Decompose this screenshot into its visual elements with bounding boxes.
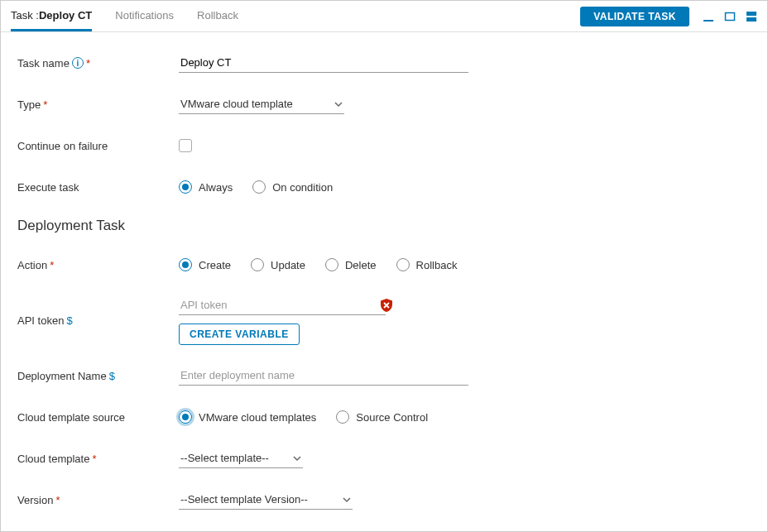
row-api-token: API token $ CREATE VARIABLE xyxy=(17,295,751,345)
minimize-icon[interactable] xyxy=(703,11,714,22)
svg-rect-2 xyxy=(746,12,756,16)
validate-task-button[interactable]: VALIDATE TASK xyxy=(580,7,689,26)
task-name-label: Task name i * xyxy=(17,57,179,69)
radio-update[interactable]: Update xyxy=(251,258,305,271)
tabs-bar: Task :Deploy CT Notifications Rollback V… xyxy=(1,1,767,32)
cloud-template-dropdown[interactable]: --Select template-- xyxy=(179,448,303,468)
radio-source-control[interactable]: Source Control xyxy=(336,410,428,424)
radio-create-label: Create xyxy=(199,259,231,271)
cloud-template-value: --Select template-- xyxy=(180,452,285,464)
continue-on-failure-label: Continue on failure xyxy=(17,140,179,152)
task-name-input[interactable] xyxy=(179,53,468,73)
required-marker: * xyxy=(43,98,47,111)
type-label: Type * xyxy=(17,98,179,111)
radio-indicator xyxy=(325,258,338,271)
svg-rect-0 xyxy=(703,20,713,22)
radio-delete-label: Delete xyxy=(345,259,377,271)
version-value: --Select template Version-- xyxy=(180,493,334,506)
info-icon[interactable]: i xyxy=(72,57,84,69)
deployment-name-input[interactable] xyxy=(179,366,468,386)
template-source-radio-group: VMware cloud templates Source Control xyxy=(179,410,428,424)
row-execute-task: Execute task Always On condition xyxy=(17,176,751,198)
radio-on-condition[interactable]: On condition xyxy=(252,180,333,194)
version-dropdown[interactable]: --Select template Version-- xyxy=(179,490,353,510)
deployment-name-label: Deployment Name $ xyxy=(17,370,179,382)
radio-delete[interactable]: Delete xyxy=(325,258,377,271)
radio-always-label: Always xyxy=(199,181,233,194)
tab-task-prefix: Task : xyxy=(11,9,39,22)
radio-indicator xyxy=(179,410,192,424)
window-controls xyxy=(703,11,757,22)
required-marker: * xyxy=(92,453,96,465)
output-parameters-title: Output Parameters xyxy=(17,530,751,531)
row-deployment-name: Deployment Name $ xyxy=(17,365,751,386)
execute-task-radio-group: Always On condition xyxy=(179,180,333,194)
radio-indicator xyxy=(179,180,192,194)
chevron-down-icon xyxy=(343,496,351,504)
chevron-down-icon xyxy=(334,100,343,108)
row-action: Action * Create Update Delete xyxy=(17,254,751,276)
form-content: Task name i * Type * VMware cloud templa… xyxy=(1,32,767,531)
version-label: Version * xyxy=(17,494,179,506)
api-token-input[interactable] xyxy=(179,295,386,315)
radio-rollback-label: Rollback xyxy=(416,259,458,271)
radio-always[interactable]: Always xyxy=(179,180,233,194)
tabs: Task :Deploy CT Notifications Rollback xyxy=(11,1,580,31)
api-token-label: API token $ xyxy=(17,314,179,327)
maximize-icon[interactable] xyxy=(746,11,757,22)
action-radio-group: Create Update Delete Rollback xyxy=(179,258,457,271)
svg-rect-1 xyxy=(726,12,735,20)
action-label: Action * xyxy=(17,259,179,271)
radio-vmware-templates[interactable]: VMware cloud templates xyxy=(179,410,316,424)
tab-notifications[interactable]: Notifications xyxy=(115,1,174,31)
required-marker: * xyxy=(86,57,90,69)
deployment-task-title: Deployment Task xyxy=(17,218,751,234)
svg-rect-3 xyxy=(746,17,756,22)
radio-source-control-label: Source Control xyxy=(356,411,428,424)
shield-error-icon xyxy=(379,298,394,313)
required-marker: * xyxy=(50,259,54,271)
tab-rollback[interactable]: Rollback xyxy=(197,1,238,31)
row-template-source: Cloud template source VMware cloud templ… xyxy=(17,406,751,428)
dollar-icon: $ xyxy=(66,314,72,327)
radio-on-condition-label: On condition xyxy=(272,181,333,194)
template-source-label: Cloud template source xyxy=(17,411,179,424)
required-marker: * xyxy=(55,494,60,506)
row-type: Type * VMware cloud template xyxy=(17,93,751,115)
row-continue-on-failure: Continue on failure xyxy=(17,135,751,156)
radio-indicator xyxy=(336,410,349,424)
row-task-name: Task name i * xyxy=(17,52,751,74)
radio-indicator xyxy=(179,258,192,271)
radio-vmware-label: VMware cloud templates xyxy=(199,411,316,424)
radio-indicator xyxy=(252,180,266,194)
chevron-down-icon xyxy=(293,454,301,463)
radio-indicator xyxy=(251,258,264,271)
create-variable-button[interactable]: CREATE VARIABLE xyxy=(179,324,300,345)
type-dropdown[interactable]: VMware cloud template xyxy=(179,94,344,114)
tab-task-name: Deploy CT xyxy=(39,9,92,22)
dollar-icon: $ xyxy=(109,370,115,382)
radio-create[interactable]: Create xyxy=(179,258,231,271)
execute-task-label: Execute task xyxy=(17,181,179,194)
radio-update-label: Update xyxy=(271,259,305,271)
cloud-template-label: Cloud template * xyxy=(17,453,179,465)
type-value: VMware cloud template xyxy=(180,98,326,110)
continue-on-failure-checkbox[interactable] xyxy=(179,139,192,152)
row-cloud-template: Cloud template * --Select template-- xyxy=(17,448,751,469)
radio-indicator xyxy=(396,258,410,271)
radio-rollback[interactable]: Rollback xyxy=(396,258,458,271)
row-version: Version * --Select template Version-- xyxy=(17,489,751,510)
tab-task[interactable]: Task :Deploy CT xyxy=(11,1,92,31)
restore-icon[interactable] xyxy=(724,11,736,22)
